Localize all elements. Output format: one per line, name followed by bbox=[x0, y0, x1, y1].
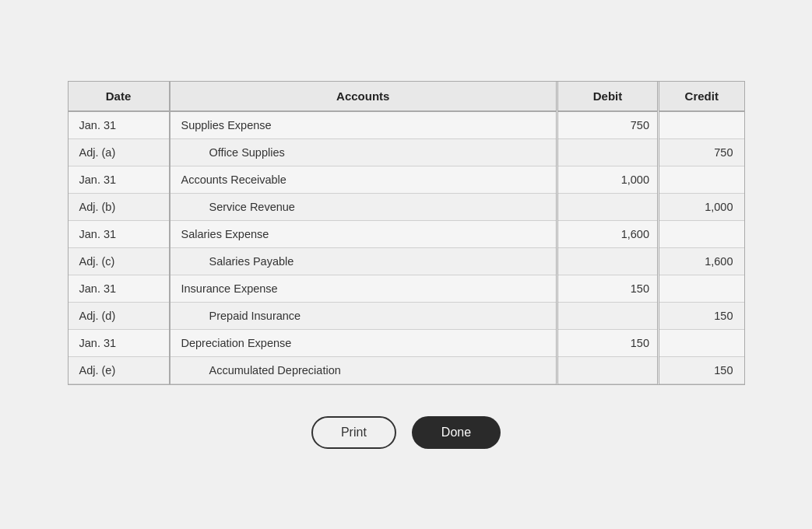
table-header-row: Date Accounts Debit Credit bbox=[69, 82, 744, 111]
row-date: Jan. 31 bbox=[69, 166, 170, 193]
row-account: Accumulated Depreciation bbox=[170, 356, 557, 384]
header-date: Date bbox=[69, 82, 170, 111]
header-accounts: Accounts bbox=[170, 82, 557, 111]
row-credit bbox=[659, 329, 744, 356]
row-credit: 150 bbox=[659, 302, 744, 329]
row-credit: 1,600 bbox=[659, 247, 744, 275]
table-row: Jan. 31Insurance Expense150 bbox=[69, 275, 744, 302]
row-date: Adj. (c) bbox=[69, 247, 170, 275]
header-credit: Credit bbox=[659, 82, 744, 111]
row-credit: 150 bbox=[659, 356, 744, 384]
journal-table-wrapper: Date Accounts Debit Credit Jan. 31Suppli… bbox=[68, 81, 745, 385]
row-account: Service Revenue bbox=[170, 193, 557, 220]
row-date: Adj. (e) bbox=[69, 356, 170, 384]
done-button[interactable]: Done bbox=[412, 416, 501, 449]
row-date: Jan. 31 bbox=[69, 111, 170, 139]
row-credit: 750 bbox=[659, 138, 744, 166]
row-debit: 150 bbox=[557, 329, 659, 356]
row-account: Salaries Expense bbox=[170, 220, 557, 247]
table-row: Jan. 31Salaries Expense1,600 bbox=[69, 220, 744, 247]
table-row: Adj. (d)Prepaid Insurance150 bbox=[69, 302, 744, 329]
row-credit bbox=[659, 275, 744, 302]
row-date: Adj. (d) bbox=[69, 302, 170, 329]
row-credit bbox=[659, 111, 744, 139]
row-debit: 750 bbox=[557, 111, 659, 139]
row-debit: 1,600 bbox=[557, 220, 659, 247]
row-credit bbox=[659, 166, 744, 193]
row-account: Supplies Expense bbox=[170, 111, 557, 139]
row-date: Adj. (a) bbox=[69, 138, 170, 166]
table-row: Jan. 31Accounts Receivable1,000 bbox=[69, 166, 744, 193]
row-account: Salaries Payable bbox=[170, 247, 557, 275]
row-account: Accounts Receivable bbox=[170, 166, 557, 193]
row-date: Jan. 31 bbox=[69, 220, 170, 247]
table-row: Adj. (e)Accumulated Depreciation150 bbox=[69, 356, 744, 384]
table-row: Adj. (a)Office Supplies750 bbox=[69, 138, 744, 166]
row-date: Adj. (b) bbox=[69, 193, 170, 220]
row-debit: 150 bbox=[557, 275, 659, 302]
row-date: Jan. 31 bbox=[69, 329, 170, 356]
print-button[interactable]: Print bbox=[311, 416, 396, 449]
header-debit: Debit bbox=[557, 82, 659, 111]
row-debit bbox=[557, 138, 659, 166]
table-row: Adj. (c)Salaries Payable1,600 bbox=[69, 247, 744, 275]
row-credit bbox=[659, 220, 744, 247]
row-account: Prepaid Insurance bbox=[170, 302, 557, 329]
table-row: Adj. (b)Service Revenue1,000 bbox=[69, 193, 744, 220]
row-account: Insurance Expense bbox=[170, 275, 557, 302]
table-row: Jan. 31Depreciation Expense150 bbox=[69, 329, 744, 356]
action-buttons: Print Done bbox=[311, 416, 501, 449]
row-date: Jan. 31 bbox=[69, 275, 170, 302]
row-debit bbox=[557, 193, 659, 220]
row-account: Depreciation Expense bbox=[170, 329, 557, 356]
row-debit bbox=[557, 356, 659, 384]
row-debit bbox=[557, 247, 659, 275]
table-row: Jan. 31Supplies Expense750 bbox=[69, 111, 744, 139]
main-container: Date Accounts Debit Credit Jan. 31Suppli… bbox=[0, 58, 812, 472]
row-debit: 1,000 bbox=[557, 166, 659, 193]
journal-table: Date Accounts Debit Credit Jan. 31Suppli… bbox=[69, 82, 744, 384]
row-credit: 1,000 bbox=[659, 193, 744, 220]
row-account: Office Supplies bbox=[170, 138, 557, 166]
row-debit bbox=[557, 302, 659, 329]
